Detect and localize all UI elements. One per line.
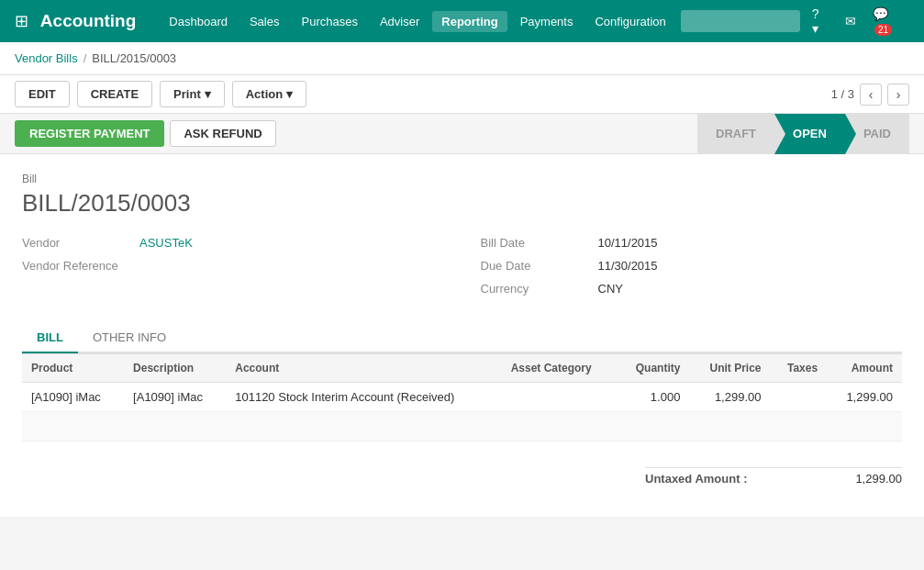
bill-date-value: 10/11/2015 xyxy=(598,236,658,250)
nav-link-purchases[interactable]: Purchases xyxy=(292,11,366,32)
due-date-value: 11/30/2015 xyxy=(598,259,658,273)
fields-col-left: Vendor ASUSTeK Vendor Reference xyxy=(22,236,444,305)
help-button[interactable]: ? ▾ xyxy=(807,5,833,38)
ask-refund-button[interactable]: ASK REFUND xyxy=(170,120,275,147)
app-title: Accounting xyxy=(40,11,137,31)
nav-link-adviser[interactable]: Adviser xyxy=(371,11,429,32)
summary-section: Untaxed Amount : 1,299.00 xyxy=(22,451,902,498)
tab-bill[interactable]: BILL xyxy=(22,323,78,353)
topnav: ⊞ Accounting DashboardSalesPurchasesAdvi… xyxy=(0,0,924,42)
currency-field: Currency CNY xyxy=(481,282,903,296)
status-steps: DRAFT OPEN PAID xyxy=(697,114,909,154)
cell-taxes xyxy=(771,383,828,412)
breadcrumb: Vendor Bills / BILL/2015/0003 xyxy=(0,42,924,75)
messages-badge: 21 xyxy=(874,24,892,36)
cell-account: 101120 Stock Interim Account (Received) xyxy=(226,383,501,412)
cell-product: [A1090] iMac xyxy=(22,383,124,412)
bill-date-label: Bill Date xyxy=(481,236,591,250)
col-amount: Amount xyxy=(827,354,902,383)
vendor-value[interactable]: ASUSTeK xyxy=(139,236,193,250)
fields-col-right: Bill Date 10/11/2015 Due Date 11/30/2015… xyxy=(481,236,903,305)
col-asset-category: Asset Category xyxy=(502,354,617,383)
breadcrumb-current: BILL/2015/0003 xyxy=(92,51,176,65)
currency-value: CNY xyxy=(598,282,623,296)
mail-icon[interactable]: ✉ xyxy=(841,12,861,30)
col-account: Account xyxy=(226,354,501,383)
summary-table: Untaxed Amount : 1,299.00 xyxy=(645,460,902,489)
fields-row: Vendor ASUSTeK Vendor Reference Bill Dat… xyxy=(22,236,902,305)
nav-links: DashboardSalesPurchasesAdviserReportingP… xyxy=(160,11,674,32)
cell-asset-category xyxy=(502,383,617,412)
step-draft: DRAFT xyxy=(697,114,774,154)
bill-table: Product Description Account Asset Catego… xyxy=(22,353,902,441)
cell-amount: 1,299.00 xyxy=(827,383,902,412)
due-date-label: Due Date xyxy=(481,259,591,273)
breadcrumb-separator: / xyxy=(83,51,87,65)
cell-description: [A1090] iMac xyxy=(124,383,226,412)
empty-row xyxy=(22,412,902,441)
vendor-reference-label: Vendor Reference xyxy=(22,259,132,273)
nav-link-reporting[interactable]: Reporting xyxy=(432,11,507,32)
tab-other-info[interactable]: OTHER INFO xyxy=(78,323,181,353)
next-page-button[interactable]: › xyxy=(887,84,909,106)
action-button[interactable]: Action ▾ xyxy=(232,81,306,107)
vendor-label: Vendor xyxy=(22,236,132,250)
pagination: 1 / 3 ‹ › xyxy=(831,84,909,106)
status-bar: REGISTER PAYMENT ASK REFUND DRAFT OPEN P… xyxy=(0,114,924,154)
col-product: Product xyxy=(22,354,124,383)
tabs: BILL OTHER INFO xyxy=(22,323,902,353)
currency-label: Currency xyxy=(481,282,591,296)
register-payment-button[interactable]: REGISTER PAYMENT xyxy=(15,120,164,147)
nav-link-sales[interactable]: Sales xyxy=(240,11,289,32)
col-description: Description xyxy=(124,354,226,383)
app-grid-icon[interactable]: ⊞ xyxy=(9,8,35,34)
due-date-field: Due Date 11/30/2015 xyxy=(481,259,903,273)
print-button[interactable]: Print ▾ xyxy=(160,81,225,107)
nav-link-configuration[interactable]: Configuration xyxy=(585,11,674,32)
prev-page-button[interactable]: ‹ xyxy=(860,84,882,106)
breadcrumb-parent[interactable]: Vendor Bills xyxy=(15,51,78,65)
search-input[interactable] xyxy=(681,10,800,32)
pagination-text: 1 / 3 xyxy=(831,87,854,101)
col-taxes: Taxes xyxy=(771,354,828,383)
bill-date-field: Bill Date 10/11/2015 xyxy=(481,236,903,250)
table-row[interactable]: [A1090] iMac [A1090] iMac 101120 Stock I… xyxy=(22,383,902,412)
main-content: Bill BILL/2015/0003 Vendor ASUSTeK Vendo… xyxy=(0,154,924,517)
edit-button[interactable]: EDIT xyxy=(15,81,70,107)
bill-number: BILL/2015/0003 xyxy=(22,189,902,218)
nav-link-dashboard[interactable]: Dashboard xyxy=(160,11,237,32)
nav-right: ? ▾ ✉ 💬 21 xyxy=(681,5,915,38)
create-button[interactable]: CREATE xyxy=(77,81,152,107)
nav-link-payments[interactable]: Payments xyxy=(511,11,583,32)
untaxed-label: Untaxed Amount : xyxy=(645,472,747,486)
untaxed-value: 1,299.00 xyxy=(855,472,902,486)
vendor-field: Vendor ASUSTeK xyxy=(22,236,444,250)
cell-quantity: 1.000 xyxy=(617,383,690,412)
messages-button[interactable]: 💬 21 xyxy=(868,5,915,38)
untaxed-amount-row: Untaxed Amount : 1,299.00 xyxy=(645,467,902,489)
cell-unit-price: 1,299.00 xyxy=(689,383,770,412)
action-bar: EDIT CREATE Print ▾ Action ▾ 1 / 3 ‹ › xyxy=(0,75,924,114)
col-quantity: Quantity xyxy=(617,354,690,383)
bill-label: Bill xyxy=(22,173,902,185)
col-unit-price: Unit Price xyxy=(689,354,770,383)
vendor-reference-field: Vendor Reference xyxy=(22,259,444,273)
